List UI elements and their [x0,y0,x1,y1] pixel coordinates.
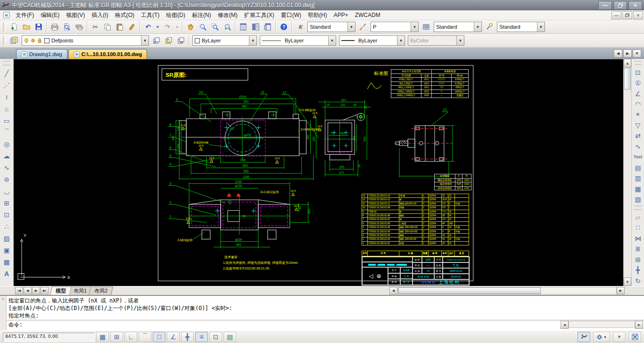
zoom-previous-button[interactable] [221,21,233,33]
mdi-restore-icon[interactable] [622,11,632,19]
menu-item-app-plus[interactable]: APP+ [330,11,352,19]
dim-radius-button[interactable]: R [632,109,644,120]
tab-prev-icon[interactable]: ◀ [24,287,32,294]
offset-button[interactable]: ≣ [632,244,644,254]
tab-model[interactable]: 模型 [50,286,72,295]
text-style-icon[interactable]: A [294,21,306,33]
minimize-icon[interactable]: — [598,1,612,10]
match-properties-button[interactable] [126,21,138,33]
ortho-toggle[interactable]: ∟ [124,332,137,342]
toolbar-grip[interactable] [3,61,10,65]
dim-style-combo[interactable]: P ▼ [371,22,419,32]
mech-text-button[interactable]: Text [632,152,644,162]
save-button[interactable] [33,21,45,33]
annotation-toggle[interactable]: ▤ [223,332,236,342]
undo-button[interactable]: ↶ [142,21,154,33]
toolbar-grip[interactable] [634,205,642,210]
polar-toggle[interactable]: ⌒ [139,332,151,342]
zoom-window-button[interactable] [209,21,221,33]
polyline-button[interactable]: ≀ [1,91,12,103]
menu-item-file[interactable]: 文件(F) [12,10,37,20]
menu-item-dimension[interactable]: 标注(N) [189,10,215,20]
ellipse-arc-button[interactable]: ◡ [1,185,12,197]
arc-button[interactable]: ⌒ [1,126,12,138]
array-button[interactable]: ⊞ [632,254,644,265]
hatch-button[interactable]: ▨ [1,232,12,244]
menu-item-format[interactable]: 格式(O) [112,10,138,20]
lineweight-toggle[interactable]: ≡ [195,332,208,342]
clean-screen-button[interactable] [628,332,641,342]
revision-cloud-button[interactable]: ☁ [1,150,12,162]
layer-isolate-button[interactable] [175,35,187,46]
text-style-dropdown-icon[interactable]: ▼ [347,22,355,32]
color-combo[interactable]: ByLayer ▼ [192,35,257,46]
tool-palettes-button[interactable] [262,21,274,33]
vertical-scroll-thumb[interactable] [624,68,631,90]
tab-list-dropdown-icon[interactable]: ▼ [633,49,641,57]
plot-button[interactable] [49,21,61,33]
otrack-toggle[interactable]: ∠ [167,332,180,342]
table-button[interactable]: ▦ [1,256,12,268]
mdi-close-icon[interactable]: × [633,11,643,19]
pan-button[interactable] [184,21,197,33]
status-settings-button[interactable]: ▼ [593,332,610,342]
lineweight-combo[interactable]: ByLayer ▼ [339,35,405,46]
linetype-dropdown-icon[interactable]: ▼ [328,36,336,45]
create-block-button[interactable]: ⊡ [1,209,12,220]
command-scrollbar[interactable]: ◀ ▶ [561,321,643,328]
design-center-button[interactable] [249,21,262,33]
undo-dropdown-icon[interactable]: ▼ [154,21,161,33]
block-tools-button[interactable]: ▥ [632,173,644,183]
scroll-up-icon[interactable]: ▲ [624,59,631,67]
horizontal-scroll-thumb[interactable] [398,287,541,294]
mleader-style-combo[interactable]: Standard ▼ [497,22,545,32]
menu-item-insert[interactable]: 插入(I) [88,10,111,20]
command-window-edge[interactable]: × [0,296,7,330]
zoom-realtime-button[interactable] [197,21,209,33]
mech-structure-button[interactable]: ⊡ [632,67,644,77]
polygon-button[interactable]: ⌂ [1,103,12,114]
rectangle-button[interactable]: ▭ [1,114,12,126]
grid-toggle[interactable]: ⊞ [110,332,123,342]
circle-button[interactable]: ◎ [1,138,12,150]
model-space-toggle[interactable]: ⊡ [209,332,222,342]
copy-object-button[interactable]: ∷ [632,222,644,233]
properties-palette-button[interactable] [237,21,249,33]
table-tools-button[interactable]: ▦ [632,184,644,194]
insert-block-button[interactable]: ⊞ [1,197,12,209]
layer-states-button[interactable] [163,35,175,46]
region-button[interactable]: ▣ [1,244,12,256]
dim-arc-button[interactable]: ◠ [632,99,644,109]
vertical-scrollbar[interactable]: ▲ ▼ [623,59,631,286]
scroll-down-icon[interactable]: ▼ [624,278,631,286]
surface-roughness-button[interactable]: ▽ [632,120,644,131]
layer-manager-button[interactable] [8,35,20,46]
symbol-library-button[interactable]: ▤ [632,163,644,173]
erase-button[interactable]: ▱ [632,212,644,222]
status-menu-dropdown[interactable]: ▼ [613,332,626,342]
rotate-button[interactable]: ↻ [632,276,644,286]
scroll-right-icon[interactable]: ▶ [617,287,625,294]
dim-style-dropdown-icon[interactable]: ▼ [411,22,418,32]
toolbar-grip[interactable] [3,22,6,32]
tab-scroll-left-icon[interactable]: ◀ [614,49,622,57]
model-space-canvas[interactable]: SR原图: 标准图 [14,59,623,286]
table-style-icon[interactable] [420,21,432,33]
toolbar-grip[interactable] [3,36,6,45]
cmd-scroll-right-icon[interactable]: ▶ [635,321,643,329]
new-button[interactable] [8,21,20,33]
dyn-toggle[interactable]: ╋ [181,332,194,342]
paste-button[interactable] [114,21,126,33]
menu-item-view[interactable]: 视图(V) [63,10,88,20]
menu-item-edit[interactable]: 编辑(E) [37,10,63,20]
mdi-minimize-icon[interactable]: — [611,11,621,19]
lineweight-dropdown-icon[interactable]: ▼ [397,36,405,45]
menu-item-express[interactable]: 扩展工具(X) [241,10,278,20]
open-button[interactable] [20,21,33,33]
copy-button[interactable] [101,21,114,33]
datum-target-button[interactable]: ⇄ [632,131,644,141]
line-button[interactable]: ╱ [1,67,12,79]
zigzag-line-button[interactable]: ∿ [632,141,644,152]
detail-view-button[interactable]: ▧ [632,194,644,204]
close-icon[interactable]: × [628,1,642,10]
